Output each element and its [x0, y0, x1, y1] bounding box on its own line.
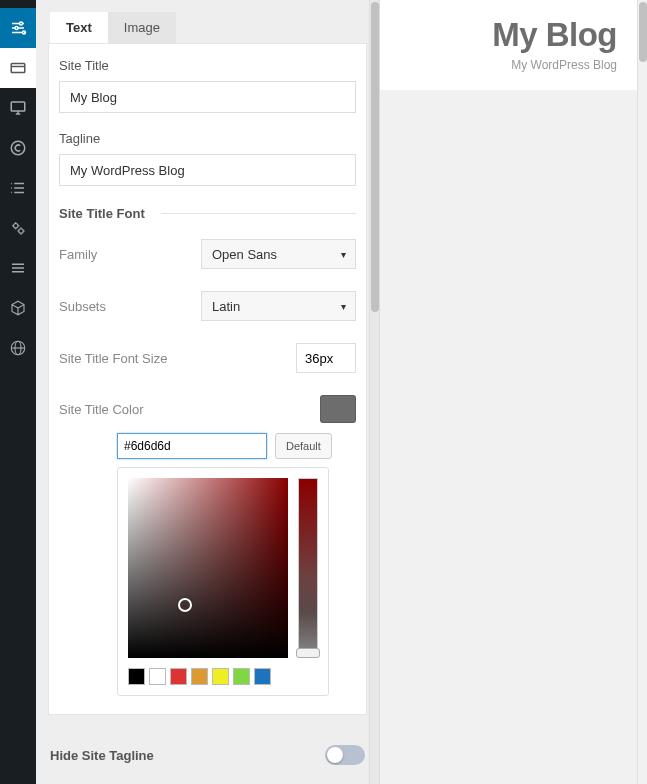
hide-tagline-label: Hide Site Tagline — [50, 748, 154, 763]
font-section-header: Site Title Font — [59, 206, 356, 221]
svg-point-0 — [20, 22, 23, 25]
swatch[interactable] — [254, 668, 271, 685]
swatch[interactable] — [191, 668, 208, 685]
list-icon — [9, 179, 27, 197]
preview-header: My Blog My WordPress Blog — [380, 0, 647, 90]
font-size-label: Site Title Font Size — [59, 351, 167, 366]
default-button[interactable]: Default — [275, 433, 332, 459]
preview-scroll-thumb[interactable] — [639, 2, 647, 62]
panel-scrollbar[interactable] — [369, 0, 379, 784]
sidebar-card[interactable] — [0, 48, 36, 88]
color-swatch[interactable] — [320, 395, 356, 423]
copyright-icon — [9, 139, 27, 157]
card-icon — [9, 59, 27, 77]
swatch[interactable] — [233, 668, 250, 685]
svg-point-15 — [14, 224, 19, 229]
site-title-label: Site Title — [59, 58, 356, 73]
icon-sidebar — [0, 0, 36, 784]
saturation-value-area[interactable] — [128, 478, 288, 658]
subsets-select[interactable]: Latin — [201, 291, 356, 321]
color-label: Site Title Color — [59, 402, 144, 417]
sidebar-copyright[interactable] — [0, 128, 36, 168]
sidebar-gears[interactable] — [0, 208, 36, 248]
preview-title: My Blog — [380, 16, 617, 54]
settings-panel: Text Image Site Title Tagline Site Title… — [36, 0, 380, 784]
hue-handle[interactable] — [296, 648, 320, 658]
hide-tagline-toggle[interactable] — [325, 745, 365, 765]
settings-card: Site Title Tagline Site Title Font Famil… — [48, 43, 367, 715]
tab-text[interactable]: Text — [50, 12, 108, 43]
sidebar-list[interactable] — [0, 168, 36, 208]
menu-icon — [9, 259, 27, 277]
preset-swatches — [128, 668, 318, 685]
sliders-icon — [9, 19, 27, 37]
box-icon — [9, 299, 27, 317]
preview-tagline: My WordPress Blog — [380, 58, 617, 72]
svg-point-1 — [15, 27, 18, 30]
site-title-input[interactable] — [59, 81, 356, 113]
globe-icon — [9, 339, 27, 357]
tagline-input[interactable] — [59, 154, 356, 186]
sidebar-monitor[interactable] — [0, 88, 36, 128]
preview-scrollbar[interactable] — [637, 0, 647, 784]
svg-rect-5 — [11, 102, 25, 111]
tab-image[interactable]: Image — [108, 12, 176, 43]
hue-slider[interactable] — [298, 478, 318, 658]
color-picker — [117, 467, 329, 696]
subsets-label: Subsets — [59, 299, 106, 314]
divider — [161, 213, 356, 214]
tabs: Text Image — [36, 0, 379, 43]
preview-area: My Blog My WordPress Blog — [380, 0, 647, 784]
family-select[interactable]: Open Sans — [201, 239, 356, 269]
font-section-title: Site Title Font — [59, 206, 145, 221]
sidebar-globe[interactable] — [0, 328, 36, 368]
hex-input[interactable] — [117, 433, 267, 459]
panel-scroll-thumb[interactable] — [371, 2, 379, 312]
sidebar-box[interactable] — [0, 288, 36, 328]
font-size-input[interactable] — [296, 343, 356, 373]
swatch[interactable] — [128, 668, 145, 685]
svg-rect-3 — [11, 64, 25, 73]
family-label: Family — [59, 247, 97, 262]
swatch[interactable] — [170, 668, 187, 685]
sidebar-menu[interactable] — [0, 248, 36, 288]
monitor-icon — [9, 99, 27, 117]
swatch[interactable] — [212, 668, 229, 685]
sv-handle[interactable] — [178, 598, 192, 612]
svg-point-16 — [19, 229, 24, 234]
sidebar-sliders[interactable] — [0, 8, 36, 48]
swatch[interactable] — [149, 668, 166, 685]
svg-point-8 — [11, 141, 25, 155]
tagline-label: Tagline — [59, 131, 356, 146]
gears-icon — [9, 219, 27, 237]
